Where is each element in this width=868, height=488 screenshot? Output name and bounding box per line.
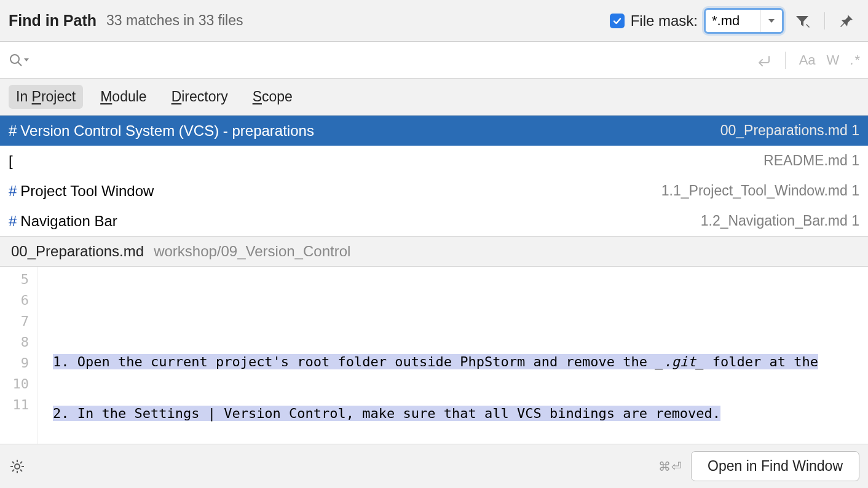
result-prefix: # <box>9 183 17 200</box>
title-bar: Find in Path 33 matches in 33 files File… <box>0 0 868 42</box>
preview-filename: 00_Preparations.md <box>11 243 144 260</box>
gear-icon[interactable] <box>9 458 26 475</box>
line-number: 11 <box>0 395 29 415</box>
file-mask-checkbox[interactable] <box>610 14 625 28</box>
svg-line-9 <box>12 470 14 471</box>
result-count: 1 <box>851 152 859 168</box>
separator <box>824 12 825 30</box>
separator <box>785 52 786 69</box>
result-prefix: # <box>9 122 17 140</box>
chevron-down-icon <box>23 57 30 63</box>
code-lines: 1. Open the current project's root folde… <box>38 267 868 444</box>
result-file: README.md <box>763 152 848 168</box>
line-number: 8 <box>0 332 29 353</box>
svg-line-10 <box>20 462 22 463</box>
result-text: Version Control System (VCS) - preparati… <box>20 122 314 140</box>
result-file: 00_Preparations.md <box>720 122 848 138</box>
search-bar: Aa W .* <box>0 42 868 79</box>
scope-tab-scope[interactable]: Scope <box>245 85 300 109</box>
file-mask-combobox[interactable] <box>704 8 784 34</box>
file-mask-input[interactable] <box>706 10 760 31</box>
result-text: Navigation Bar <box>20 213 117 230</box>
dialog-title: Find in Path <box>9 12 97 30</box>
result-row[interactable]: # Project Tool Window 1.1_Project_Tool_W… <box>0 176 868 206</box>
result-row[interactable]: [ README.md 1 <box>0 146 868 176</box>
svg-line-1 <box>18 62 22 66</box>
result-count: 1 <box>851 213 859 229</box>
line-number: 10 <box>0 374 29 395</box>
words-toggle[interactable]: W <box>827 52 840 68</box>
preview-path: workshop/09_Version_Control <box>154 243 350 260</box>
file-mask-label: File mask: <box>631 12 698 30</box>
scope-tab-project[interactable]: In Project <box>9 85 83 109</box>
svg-point-2 <box>15 464 20 469</box>
svg-line-7 <box>12 462 14 463</box>
result-count: 1 <box>851 122 859 138</box>
shortcut-hint: ⌘⏎ <box>658 459 682 474</box>
preview-header: 00_Preparations.md workshop/09_Version_C… <box>0 236 868 267</box>
result-file: 1.2_Navigation_Bar.md <box>701 213 848 229</box>
line-number: 6 <box>0 290 29 311</box>
scope-tabs: In Project Module Directory Scope <box>0 79 868 116</box>
code-text: 2. In the Settings | Version Control, ma… <box>53 406 720 421</box>
regex-toggle[interactable]: .* <box>850 52 859 68</box>
line-number: 9 <box>0 353 29 374</box>
bottom-bar: ⌘⏎ Open in Find Window <box>0 444 868 488</box>
svg-point-0 <box>10 55 19 63</box>
result-count: 1 <box>851 183 859 199</box>
scope-tab-module[interactable]: Module <box>93 85 154 109</box>
result-prefix: # <box>9 213 17 230</box>
line-number: 5 <box>0 269 29 290</box>
pin-icon[interactable] <box>835 9 859 33</box>
gutter: 5 6 7 8 9 10 11 <box>0 267 38 444</box>
matches-summary: 33 matches in 33 files <box>106 12 243 29</box>
line-number: 7 <box>0 311 29 332</box>
scope-tab-directory[interactable]: Directory <box>164 85 235 109</box>
open-in-find-window-button[interactable]: Open in Find Window <box>691 451 859 481</box>
preview-code[interactable]: 5 6 7 8 9 10 11 1. Open the current proj… <box>0 267 868 444</box>
file-mask-dropdown[interactable] <box>760 10 782 32</box>
result-text: [ <box>9 152 13 170</box>
search-input[interactable] <box>32 49 753 72</box>
results-list: # Version Control System (VCS) - prepara… <box>0 116 868 236</box>
result-text: Project Tool Window <box>20 183 154 200</box>
filter-icon[interactable] <box>790 9 815 33</box>
result-file: 1.1_Project_Tool_Window.md <box>661 183 848 199</box>
match-case-toggle[interactable]: Aa <box>799 52 816 68</box>
search-icon[interactable] <box>9 53 30 68</box>
result-row[interactable]: # Navigation Bar 1.2_Navigation_Bar.md 1 <box>0 206 868 236</box>
newline-icon[interactable] <box>756 54 771 66</box>
result-row[interactable]: # Version Control System (VCS) - prepara… <box>0 116 868 146</box>
svg-line-8 <box>20 470 22 471</box>
